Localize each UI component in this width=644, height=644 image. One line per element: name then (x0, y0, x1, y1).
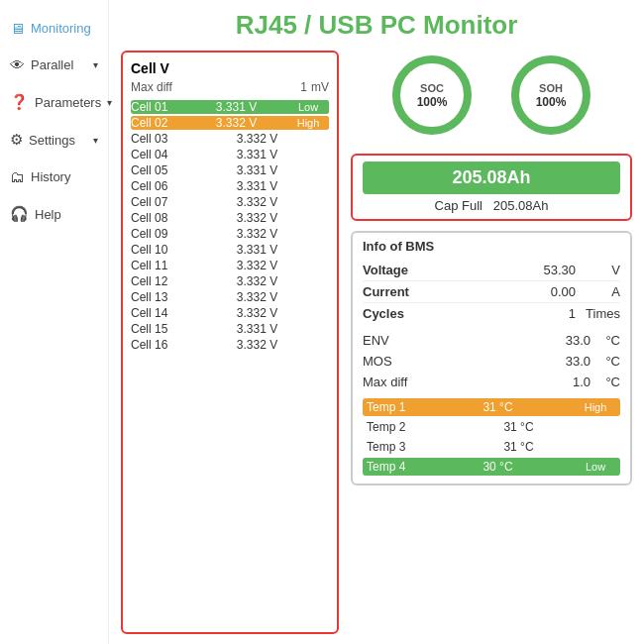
cell-value-16: 3.332 V (185, 338, 329, 352)
temp-val-2: 31 °C (421, 420, 616, 434)
cell-row-5: Cell 053.331 V (131, 163, 329, 177)
cell-row-14: Cell 143.332 V (131, 306, 329, 320)
cell-value-1: 3.331 V (185, 100, 287, 114)
cell-value-9: 3.332 V (185, 227, 329, 241)
sidebar-item-parallel[interactable]: 👁 Parallel ▾ (0, 47, 108, 83)
env-label-0: ENV (363, 333, 442, 348)
max-diff-label: Max diff (131, 80, 172, 94)
cell-value-7: 3.332 V (185, 195, 329, 209)
cell-row-6: Cell 063.331 V (131, 179, 329, 193)
cell-rows-container: Cell 013.331 VLowCell 023.332 VHighCell … (131, 100, 329, 352)
temp-row-3: Temp 331 °C (363, 438, 620, 456)
bms-val-2: 1 (442, 306, 576, 321)
cell-label-13: Cell 13 (131, 290, 185, 304)
bms-rows: Voltage 53.30 V Current 0.00 A Cycles 1 … (363, 260, 620, 324)
parallel-icon: 👁 (10, 56, 25, 73)
bms-label-1: Current (363, 284, 442, 299)
cell-label-15: Cell 15 (131, 322, 185, 336)
page-title: RJ45 / USB PC Monitor (121, 10, 632, 41)
sidebar-item-history[interactable]: 🗂 History (0, 159, 108, 195)
circles-row: SOC 100% SOH 100% (351, 51, 632, 140)
cell-label-16: Cell 16 (131, 338, 185, 352)
max-diff-unit: mV (311, 80, 329, 94)
sidebar-item-monitoring[interactable]: 🖥 Monitoring (0, 10, 108, 47)
chevron-settings-icon: ▾ (93, 135, 98, 146)
cell-panel: Cell V Max diff 1 mV Cell 013.331 VLowCe… (121, 51, 339, 634)
cell-value-2: 3.332 V (185, 116, 287, 130)
temp-rows: Temp 131 °CHighTemp 231 °CTemp 331 °CTem… (363, 398, 620, 476)
temp-label-3: Temp 3 (367, 440, 421, 454)
env-unit-0: °C (590, 333, 620, 348)
soh-circle: SOH 100% (506, 51, 595, 140)
cap-full-label: Cap Full (435, 198, 483, 213)
temp-val-4: 30 °C (421, 460, 575, 474)
cell-row-9: Cell 093.332 V (131, 227, 329, 241)
help-icon: 🎧 (10, 205, 29, 223)
sidebar-label-parameters: Parameters (35, 95, 101, 110)
temp-badge-1: High (575, 400, 616, 414)
cell-value-10: 3.331 V (185, 243, 329, 257)
soc-circle-container: SOC 100% (387, 51, 477, 140)
cell-label-10: Cell 10 (131, 243, 185, 257)
bms-unit-1: A (576, 284, 620, 299)
soc-circle: SOC 100% (387, 51, 477, 140)
cell-row-4: Cell 043.331 V (131, 148, 329, 161)
bms-label-0: Voltage (363, 263, 442, 277)
cell-row-16: Cell 163.332 V (131, 338, 329, 352)
cell-value-12: 3.332 V (185, 274, 329, 288)
right-panel: SOC 100% SOH 100% 205.08Ah Ca (351, 51, 632, 634)
cell-label-6: Cell 06 (131, 179, 185, 193)
env-row-2: Max diff 1.0 °C (363, 372, 620, 392)
cell-value-15: 3.331 V (185, 322, 329, 336)
sidebar-label-parallel: Parallel (31, 57, 73, 72)
cell-value-6: 3.331 V (185, 179, 329, 193)
temp-label-1: Temp 1 (367, 400, 421, 414)
bms-label-2: Cycles (363, 306, 442, 321)
temp-label-2: Temp 2 (367, 420, 421, 434)
cell-value-14: 3.332 V (185, 306, 329, 320)
bms-row-1: Current 0.00 A (363, 281, 620, 303)
max-diff-row: Max diff 1 mV (131, 80, 329, 94)
settings-icon: ⚙ (10, 131, 23, 149)
temp-val-1: 31 °C (421, 400, 575, 414)
parameters-icon: ❓ (10, 93, 29, 111)
sidebar-item-parameters[interactable]: ❓ Parameters ▾ (0, 83, 108, 121)
temp-row-2: Temp 231 °C (363, 418, 620, 436)
cell-row-11: Cell 113.332 V (131, 259, 329, 272)
main-content: RJ45 / USB PC Monitor Cell V Max diff 1 … (109, 0, 644, 644)
env-unit-2: °C (590, 375, 620, 389)
cell-row-7: Cell 073.332 V (131, 195, 329, 209)
cell-label-14: Cell 14 (131, 306, 185, 320)
cap-full-value: 205.08Ah (493, 198, 549, 213)
temp-row-1: Temp 131 °CHigh (363, 398, 620, 416)
env-val-2: 1.0 (442, 375, 590, 389)
bms-val-0: 53.30 (442, 263, 576, 277)
env-row-0: ENV 33.0 °C (363, 330, 620, 351)
history-icon: 🗂 (10, 168, 25, 185)
env-val-1: 33.0 (442, 354, 590, 369)
sidebar-item-settings[interactable]: ⚙ Settings ▾ (0, 121, 108, 159)
bms-row-0: Voltage 53.30 V (363, 260, 620, 281)
sidebar-label-history: History (31, 169, 70, 184)
env-row-1: MOS 33.0 °C (363, 351, 620, 372)
chevron-parallel-icon: ▾ (93, 59, 98, 70)
cell-badge-1: Low (287, 100, 329, 114)
content-grid: Cell V Max diff 1 mV Cell 013.331 VLowCe… (121, 51, 632, 634)
cell-row-15: Cell 153.331 V (131, 322, 329, 336)
cell-row-12: Cell 123.332 V (131, 274, 329, 288)
cell-value-8: 3.332 V (185, 211, 329, 225)
svg-text:100%: 100% (417, 95, 448, 109)
sidebar-item-help[interactable]: 🎧 Help (0, 195, 108, 233)
cell-label-4: Cell 04 (131, 148, 185, 161)
cell-value-3: 3.332 V (185, 132, 329, 146)
max-diff-value: 1 (300, 80, 307, 94)
temp-row-4: Temp 430 °CLow (363, 458, 620, 476)
cell-value-11: 3.332 V (185, 259, 329, 272)
svg-text:100%: 100% (536, 95, 567, 109)
cell-panel-title: Cell V (131, 60, 329, 76)
cell-value-4: 3.331 V (185, 148, 329, 161)
cell-row-8: Cell 083.332 V (131, 211, 329, 225)
monitoring-icon: 🖥 (10, 20, 25, 37)
cell-value-13: 3.332 V (185, 290, 329, 304)
cell-row-1: Cell 013.331 VLow (131, 100, 329, 114)
